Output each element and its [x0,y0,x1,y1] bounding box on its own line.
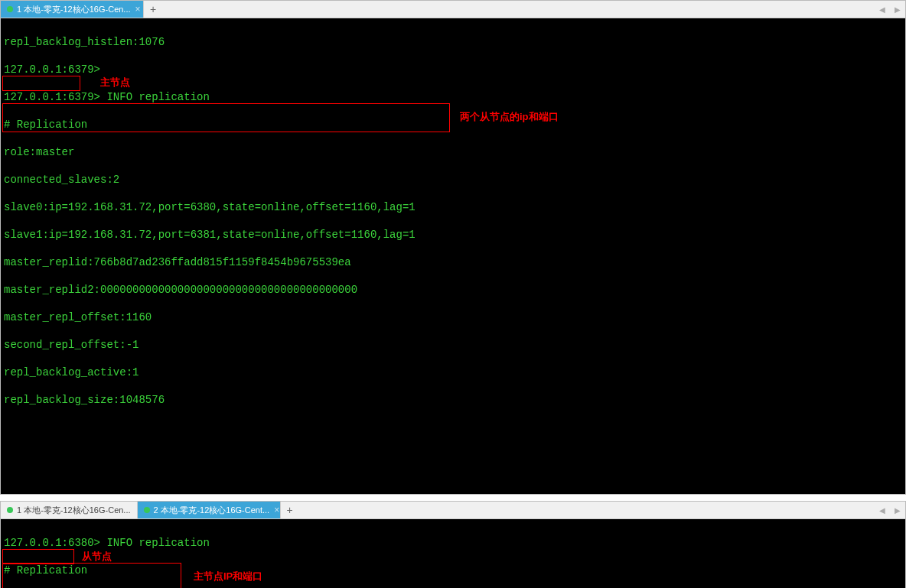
output-line: connected_slaves:2 [4,173,902,187]
add-tab-button[interactable]: + [281,504,299,516]
highlight-box-role [2,549,74,564]
tab-bar: 1 本地-零克-12核心16G-Cen... 2 本地-零克-12核心16G-C… [1,502,905,519]
terminal-output[interactable]: repl_backlog_histlen:1076 127.0.0.1:6379… [1,18,905,494]
output-line: # Replication [4,564,902,577]
close-icon[interactable]: × [274,505,279,515]
output-line: role:master [4,145,902,159]
nav-right-icon[interactable]: ▶ [890,506,905,515]
annotation-master: 主节点 [100,76,130,89]
output-line: slave0:ip=192.168.31.72,port=6380,state=… [4,200,902,214]
tab-2[interactable]: 2 本地-零克-12核心16G-Cent... × [138,502,281,518]
tab-label: 2 本地-零克-12核心16G-Cent... [154,505,270,516]
output-line: 127.0.0.1:6379> INFO replication [4,90,902,104]
output-line: second_repl_offset:-1 [4,338,902,352]
output-line: slave1:ip=192.168.31.72,port=6381,state=… [4,228,902,242]
output-line: master_replid2:0000000000000000000000000… [4,283,902,297]
tab-nav: ◀ ▶ [875,506,905,515]
annotation-slave-node: 从节点 [82,550,112,564]
output-line: 127.0.0.1:6379> [4,63,902,76]
status-dot-icon [7,6,13,12]
tab-label: 1 本地-零克-12核心16G-Cen... [17,4,131,15]
output-line: master_repl_offset:1160 [4,310,902,324]
tab-nav: ◀ ▶ [875,5,905,14]
add-tab-button[interactable]: + [144,3,162,15]
output-line: master_replid:766b8d7ad236ffadd815f1159f… [4,255,902,269]
tab-1[interactable]: 1 本地-零克-12核心16G-Cen... × [1,1,144,18]
terminal-window-2: 1 本地-零克-12核心16G-Cen... 2 本地-零克-12核心16G-C… [0,501,906,588]
output-line: repl_backlog_active:1 [4,365,902,379]
output-line: 127.0.0.1:6380> INFO replication [4,536,902,550]
output-line: repl_backlog_histlen:1076 [4,35,902,49]
tab-label: 1 本地-零克-12核心16G-Cen... [17,505,131,516]
status-dot-icon [144,507,150,513]
terminal-window-1: 1 本地-零克-12核心16G-Cen... × + ◀ ▶ repl_back… [0,0,906,495]
output-line: repl_backlog_size:1048576 [4,393,902,407]
nav-left-icon[interactable]: ◀ [875,506,890,515]
output-line: # Replication [4,118,902,132]
nav-left-icon[interactable]: ◀ [875,5,890,14]
tab-1-inactive[interactable]: 1 本地-零克-12核心16G-Cen... [1,502,138,518]
terminal-output[interactable]: 127.0.0.1:6380> INFO replication # Repli… [1,519,905,588]
nav-right-icon[interactable]: ▶ [890,5,905,14]
close-icon[interactable]: × [135,4,141,15]
status-dot-icon [7,507,13,513]
highlight-box-role [2,76,80,91]
tab-bar: 1 本地-零克-12核心16G-Cen... × + ◀ ▶ [1,1,905,18]
